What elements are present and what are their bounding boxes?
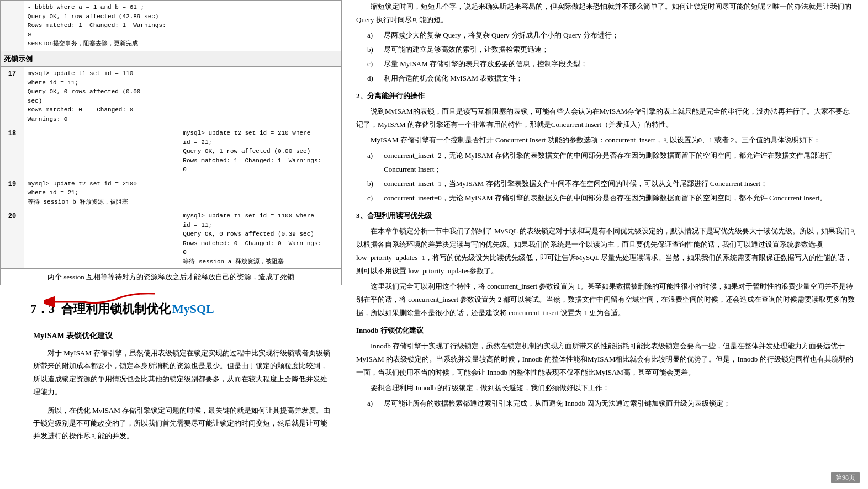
session-b-cell: mysql> update t1 set id = 1100 where id … [179, 209, 342, 269]
session-b-cell [179, 177, 342, 209]
list-item-a: a) 尽两减少大的复杂 Query，将复杂 Query 分拆成几个小的 Quer… [356, 29, 857, 42]
innodb-text1: Innodb 存储引擎于实现了行级锁定，虽然在锁定机制的实现方面所带来的性能损耗… [356, 339, 857, 379]
right-panel: 缩短锁定时间，短短几个字，说起来确实听起来容易的，但实际做起来恐怕就并不那么简单… [342, 0, 868, 489]
section-mysql-highlight: MySQL [172, 302, 214, 316]
section3-text2: 这里我们完全可以利用这个特性，将 concurrent_insert 参数设置为… [356, 280, 857, 320]
section3-text1: 在本章争锁定分析一节中我们了解到了 MySQL 的表级锁定对于读和写是有不同优先… [356, 225, 857, 278]
page-number: 第98页 [831, 472, 860, 483]
innodb-list-container: a) 尽可能让所有的数据检索都通过索引引来完成，从而避免 Innodb 因为无法… [356, 397, 857, 410]
myisam-heading: MyISAM 表锁优化建议 [0, 323, 342, 344]
concurrent-text-c: concurrent_insert=0，无论 MyISAM 存储引擎的表数据文件… [384, 194, 827, 202]
session-a-cell: mysql> update t2 set id = 2100 where id … [24, 177, 179, 209]
arrow-graphic [44, 288, 166, 313]
section2-text2: MyISAM 存储引擎有一个控制是否打开 Concurrent Insert 功… [356, 134, 857, 147]
innodb-title: Innodb 行锁优化建议 [356, 324, 857, 337]
innodb-text2: 要想合理利用 Innodb 的行级锁定，做到扬长避短，我们必须做好以下工作： [356, 381, 857, 395]
list-item-c: c) 尽量 MyISAM 存储引擎的表只存放必要的信息，控制字段类型； [356, 57, 857, 71]
concurrent-items-container: a) concurrent_insert=2，无论 MyISAM 存储引擎的表数… [356, 149, 857, 204]
list-label-d: d) [367, 72, 373, 85]
section2-title: 2、分离能并行的操作 [356, 89, 857, 103]
innodb-list-text-a: 尽可能让所有的数据检索都通过索引引来完成，从而避免 Innodb 因为无法通过索… [384, 399, 731, 407]
list-text-d: 利用合适的机会优化 MyISAM 表数据文件； [384, 74, 523, 82]
session-b-cell [179, 1, 342, 51]
concurrent-item-a: a) concurrent_insert=2，无论 MyISAM 存储引擎的表数… [356, 149, 857, 176]
list-label-b: b) [367, 43, 373, 56]
table-row: 17 mysql> update t1 set id = 110 where i… [1, 67, 342, 126]
body-text-1: 对于 MyISAM 存储引擎，虽然使用表级锁定在锁定实现的过程中比实现行级锁或者… [0, 344, 342, 401]
session-b-cell: mysql> update t2 set id = 210 where id =… [179, 126, 342, 177]
table-container: - bbbbb where a = 1 and b = 61 ; Query O… [0, 0, 342, 285]
row-num: 19 [1, 177, 24, 209]
concurrent-label-a: a) [367, 149, 373, 162]
section3-title: 3、合理利用读写优先级 [356, 209, 857, 222]
row-num: 17 [1, 67, 24, 126]
session-a-cell [24, 209, 179, 269]
section-heading-area [0, 285, 342, 296]
session-a-cell [24, 126, 179, 177]
list-text-b: 尽可能的建立足够高效的索引，让数据检索更迅速； [384, 45, 549, 54]
session-a-cell: - bbbbb where a = 1 and b = 61 ; Query O… [24, 1, 179, 51]
session-a-cell: mysql> update t1 set id = 110 where id =… [24, 67, 179, 126]
concurrent-text-a: concurrent_insert=2，无论 MyISAM 存储引擎的表数据文件… [384, 151, 832, 173]
list-item-b: b) 尽可能的建立足够高效的索引，让数据检索更迅速； [356, 43, 857, 56]
list-label-a: a) [367, 29, 373, 42]
innodb-list-item-a: a) 尽可能让所有的数据检索都通过索引引来完成，从而避免 Innodb 因为无法… [356, 397, 857, 410]
deadlock-table: - bbbbb where a = 1 and b = 61 ; Query O… [0, 0, 342, 269]
row-num [1, 1, 24, 51]
list-items-container: a) 尽两减少大的复杂 Query，将复杂 Query 分拆成几个小的 Quer… [356, 29, 857, 85]
concurrent-item-c: c) concurrent_insert=0，无论 MyISAM 存储引擎的表数… [356, 192, 857, 205]
right-text-content: 缩短锁定时间，短短几个字，说起来确实听起来容易的，但实际做起来恐怕就并不那么简单… [356, 0, 857, 410]
row-num: 18 [1, 126, 24, 177]
list-label-c: c) [367, 57, 373, 71]
session-b-cell [179, 67, 342, 126]
table-row: 18 mysql> update t2 set id = 210 where i… [1, 126, 342, 177]
list-text-c: 尽量 MyISAM 存储引擎的表只存放必要的信息，控制字段类型； [384, 60, 588, 68]
table-row: 19 mysql> update t2 set id = 2100 where … [1, 177, 342, 209]
table-row: 20 mysql> update t1 set id = 1100 where … [1, 209, 342, 269]
concurrent-label-c: c) [367, 192, 373, 205]
list-item-d: d) 利用合适的机会优化 MyISAM 表数据文件； [356, 72, 857, 85]
left-panel: - bbbbb where a = 1 and b = 61 ; Query O… [0, 0, 342, 489]
concurrent-text-b: concurrent_insert=1，当MyISAM 存储引擎表数据文件中间不… [384, 179, 768, 188]
deadlock-conclusion: 两个 session 互相等等待对方的资源释放之后才能释放自己的资源，造成了死锁 [0, 269, 342, 285]
deadlock-header-cell: 死锁示例 [1, 51, 342, 67]
row-num: 20 [1, 209, 24, 269]
list-text-a: 尽两减少大的复杂 Query，将复杂 Query 分拆成几个小的 Query 分… [384, 31, 619, 39]
innodb-list-label-a: a) [367, 397, 373, 410]
table-row: - bbbbb where a = 1 and b = 61 ; Query O… [1, 1, 342, 51]
deadlock-header-row: 死锁示例 [1, 51, 342, 67]
body-text-2: 所以，在优化 MyISAM 存储引擎锁定问题的时候，最关键的就是如何让其提高并发… [0, 401, 342, 445]
intro-text: 缩短锁定时间，短短几个字，说起来确实听起来容易的，但实际做起来恐怕就并不那么简单… [356, 0, 857, 26]
concurrent-item-b: b) concurrent_insert=1，当MyISAM 存储引擎表数据文件… [356, 177, 857, 190]
section2-text1: 说到MyISAM的表锁，而且是读写互相阻塞的表锁，可能有些人会认为在MyISAM… [356, 105, 857, 131]
concurrent-label-b: b) [367, 177, 373, 190]
